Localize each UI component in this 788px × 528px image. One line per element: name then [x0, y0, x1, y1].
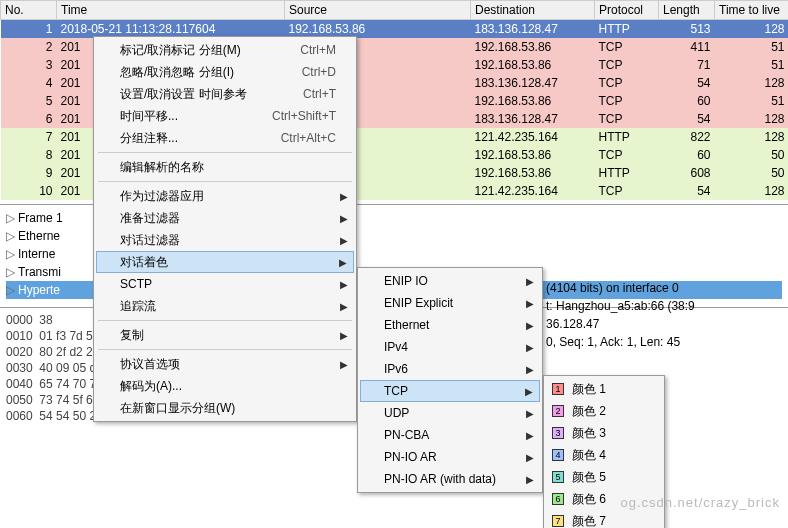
watermark: og.csdn.net/crazy_brick	[620, 495, 780, 510]
menu-item[interactable]: Ethernet▶	[360, 314, 540, 336]
menu-item[interactable]: 3颜色 3	[546, 422, 662, 444]
menu-item[interactable]: 标记/取消标记 分组(M)Ctrl+M	[96, 39, 354, 61]
packet-details-tail: (4104 bits) on interface 0 t: Hangzhou_a…	[546, 279, 695, 351]
menu-item[interactable]: 7颜色 7	[546, 510, 662, 528]
expand-icon[interactable]: ▷	[6, 227, 18, 245]
color-swatch-icon: 5	[552, 471, 564, 483]
chevron-right-icon: ▶	[526, 408, 534, 419]
chevron-right-icon: ▶	[526, 474, 534, 485]
color-swatch-icon: 7	[552, 515, 564, 527]
expand-icon[interactable]: ▷	[6, 245, 18, 263]
menu-item[interactable]: PN-IO AR (with data)▶	[360, 468, 540, 490]
chevron-right-icon: ▶	[526, 364, 534, 375]
menu-item[interactable]: ENIP IO▶	[360, 270, 540, 292]
menu-item[interactable]: 5颜色 5	[546, 466, 662, 488]
col-destination[interactable]: Destination	[471, 1, 595, 20]
chevron-right-icon: ▶	[340, 213, 348, 224]
chevron-right-icon: ▶	[526, 276, 534, 287]
menu-item[interactable]: 1颜色 1	[546, 378, 662, 400]
menu-item[interactable]: 对话过滤器▶	[96, 229, 354, 251]
color-swatch-icon: 6	[552, 493, 564, 505]
chevron-right-icon: ▶	[339, 257, 347, 268]
col-no[interactable]: No.	[1, 1, 57, 20]
coloring-submenu[interactable]: ENIP IO▶ENIP Explicit▶Ethernet▶IPv4▶IPv6…	[357, 267, 543, 493]
color-swatch-icon: 4	[552, 449, 564, 461]
chevron-right-icon: ▶	[340, 279, 348, 290]
menu-item[interactable]: PN-CBA▶	[360, 424, 540, 446]
menu-item[interactable]: 忽略/取消忽略 分组(I)Ctrl+D	[96, 61, 354, 83]
menu-item[interactable]: PN-IO AR▶	[360, 446, 540, 468]
menu-item[interactable]: UDP▶	[360, 402, 540, 424]
menu-item[interactable]: IPv4▶	[360, 336, 540, 358]
chevron-right-icon: ▶	[340, 330, 348, 341]
col-length[interactable]: Length	[659, 1, 715, 20]
table-row[interactable]: 12018-05-21 11:13:28.117604192.168.53.86…	[1, 20, 789, 38]
menu-item[interactable]: 2颜色 2	[546, 400, 662, 422]
menu-item[interactable]: 协议首选项▶	[96, 353, 354, 375]
context-menu[interactable]: 标记/取消标记 分组(M)Ctrl+M忽略/取消忽略 分组(I)Ctrl+D设置…	[93, 36, 357, 422]
menu-item[interactable]: TCP▶	[360, 380, 540, 402]
chevron-right-icon: ▶	[526, 342, 534, 353]
chevron-right-icon: ▶	[525, 386, 533, 397]
menu-item[interactable]: 时间平移...Ctrl+Shift+T	[96, 105, 354, 127]
menu-item[interactable]: 复制▶	[96, 324, 354, 346]
chevron-right-icon: ▶	[340, 235, 348, 246]
chevron-right-icon: ▶	[340, 359, 348, 370]
menu-item[interactable]: 解码为(A)...	[96, 375, 354, 397]
chevron-right-icon: ▶	[526, 320, 534, 331]
menu-item[interactable]: 准备过滤器▶	[96, 207, 354, 229]
chevron-right-icon: ▶	[340, 301, 348, 312]
color-swatch-icon: 1	[552, 383, 564, 395]
menu-item[interactable]: 设置/取消设置 时间参考Ctrl+T	[96, 83, 354, 105]
menu-item[interactable]: 分组注释...Ctrl+Alt+C	[96, 127, 354, 149]
color-swatch-icon: 3	[552, 427, 564, 439]
expand-icon[interactable]: ▷	[6, 263, 18, 281]
expand-icon[interactable]: ▷	[6, 209, 18, 227]
expand-icon[interactable]: ▷	[6, 281, 18, 299]
menu-item[interactable]: 4颜色 4	[546, 444, 662, 466]
chevron-right-icon: ▶	[340, 191, 348, 202]
col-source[interactable]: Source	[285, 1, 471, 20]
menu-item[interactable]: 作为过滤器应用▶	[96, 185, 354, 207]
col-time[interactable]: Time	[57, 1, 285, 20]
packet-list-header[interactable]: No. Time Source Destination Protocol Len…	[1, 1, 789, 20]
chevron-right-icon: ▶	[526, 452, 534, 463]
col-protocol[interactable]: Protocol	[595, 1, 659, 20]
color-swatch-icon: 2	[552, 405, 564, 417]
col-ttl[interactable]: Time to live	[715, 1, 789, 20]
menu-item[interactable]: IPv6▶	[360, 358, 540, 380]
menu-item[interactable]: SCTP▶	[96, 273, 354, 295]
chevron-right-icon: ▶	[526, 298, 534, 309]
menu-item[interactable]: 编辑解析的名称	[96, 156, 354, 178]
menu-item[interactable]: 追踪流▶	[96, 295, 354, 317]
chevron-right-icon: ▶	[526, 430, 534, 441]
menu-item[interactable]: 对话着色▶	[96, 251, 354, 273]
menu-item[interactable]: 在新窗口显示分组(W)	[96, 397, 354, 419]
menu-item[interactable]: ENIP Explicit▶	[360, 292, 540, 314]
